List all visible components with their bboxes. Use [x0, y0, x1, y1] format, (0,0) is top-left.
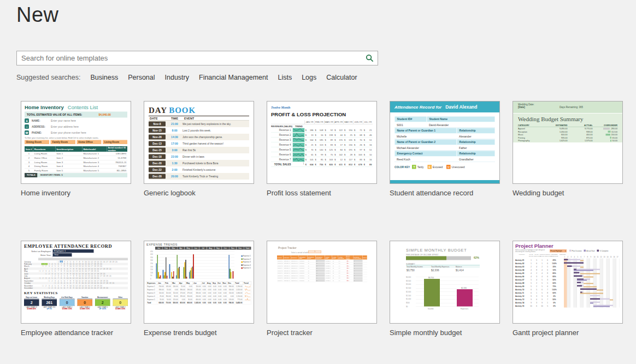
period-number: 7 — [584, 256, 585, 258]
x-tick-label: Income — [428, 308, 434, 310]
template-card-profit-loss[interactable]: Twelve Month PROFIT & LOSS PROJECTION JA… — [267, 101, 377, 197]
template-label: Simple monthly budget — [390, 329, 500, 337]
event-cell: Finished Kimberly's costume — [182, 168, 249, 171]
column-header: MAR-YR — [324, 121, 334, 124]
template-card-expense-trends[interactable]: EXPENSE TRENDS JanFebMarAprMayJunJulAugS… — [144, 241, 254, 337]
actual-bar — [580, 273, 600, 275]
column-header: Serial number/ ID number — [107, 146, 127, 152]
money-cell: $68 — [353, 134, 363, 136]
suggested-search-link[interactable]: Calculator — [326, 74, 357, 81]
project-cell: 40 — [307, 279, 316, 282]
money-cell: $170 — [334, 139, 344, 141]
percent-complete: 25% — [550, 259, 558, 261]
color-key-item: EExcused — [427, 165, 443, 169]
gantt-num: 1 — [534, 292, 539, 294]
table-cell: Living Room — [33, 160, 56, 164]
event-cell: John won the championship game. — [182, 135, 249, 139]
percent-complete: 0% — [550, 295, 558, 297]
month-name: November — [24, 284, 38, 287]
gantt-num: 10 — [528, 305, 534, 307]
revenue-row: Revenue 1$186$108$92$122$190$71$21 — [271, 128, 373, 133]
page-title: New — [16, 3, 59, 27]
search-button[interactable] — [361, 51, 378, 65]
table-row: 2Home OfficeItem 2Manufacturer 255-8788 — [25, 156, 127, 160]
y-tick-label: $0 — [406, 306, 408, 307]
complete-bar — [580, 289, 597, 290]
template-card-gantt-planner[interactable]: Project Planner Select a period to highl… — [513, 241, 623, 337]
money-cell: $163 — [353, 153, 363, 156]
month-header: Jul — [199, 247, 207, 250]
template-card-wedding-budget[interactable]: Wedding Date: [Date] Days Remaining: 365… — [513, 101, 623, 197]
money-cell: $83 — [324, 144, 334, 146]
suggested-search-link[interactable]: Business — [90, 74, 118, 81]
gridline — [155, 266, 234, 267]
month-header: Nov — [229, 247, 237, 250]
complete-bar — [574, 276, 582, 277]
gantt-num: 9 — [539, 299, 545, 300]
suggested-search-link[interactable]: Financial Management — [199, 74, 268, 81]
stat-delta: DOWN 100% — [113, 308, 128, 309]
calendar-day: 20 — [99, 265, 103, 267]
percent-complete: 75% — [550, 285, 558, 288]
gantt-num: 5 — [539, 285, 545, 287]
money-cell: $678 — [353, 163, 363, 166]
table-cell: Item 4 — [55, 164, 82, 169]
search-input[interactable] — [17, 54, 361, 62]
key-statistics-title: KEY STATISTICS — [24, 291, 128, 295]
year-field: Year — [53, 253, 72, 256]
data-cell: Alexander — [457, 134, 495, 140]
month-name: July — [24, 275, 38, 277]
table-cell: 2 — [25, 156, 33, 160]
percent-complete: 60% — [550, 292, 558, 294]
y-tick-label: 150 — [150, 268, 153, 270]
template-card-project-tracker[interactable]: Project Tracker Select a period to highl… — [267, 241, 377, 337]
money-cell: $51 — [363, 148, 373, 151]
budget-cell: 810.00 — [568, 142, 593, 142]
gantt-num: 5 — [545, 305, 550, 307]
value-cell: 810.00 — [179, 301, 186, 304]
row-label: Total — [146, 301, 157, 304]
template-card-home-inventory[interactable]: Home InventoryContents List TOTAL ESTIMA… — [21, 101, 131, 197]
percent-complete: 100% — [550, 262, 558, 265]
gantt-num: 5 — [539, 292, 545, 294]
suggested-search-link[interactable]: Lists — [278, 74, 292, 81]
thumb-title: SIMPLE MONTHLY BUDGET — [406, 248, 499, 252]
suggested-search-link[interactable]: Personal — [128, 74, 155, 81]
header-cell: Name of Parent or Guardian 1 — [394, 128, 457, 134]
value-cell: 780.00 — [227, 301, 234, 304]
actual-bar — [584, 283, 593, 284]
room-filter-chip: Home Office — [76, 140, 101, 145]
template-card-employee-attendance[interactable]: EMPLOYEE ATTENDANCE RECORD Select an Emp… — [21, 241, 131, 337]
month-name: December — [24, 287, 38, 289]
date-chip: Dec-20 — [149, 161, 166, 166]
period-pill: 1 — [308, 250, 321, 253]
period-number: 10 — [594, 256, 596, 258]
gantt-num: 7 — [545, 299, 550, 300]
y-tick-label: 300 — [150, 260, 153, 261]
suggested-search-link[interactable]: Industry — [165, 74, 189, 81]
template-card-generic-logbook[interactable]: DAYBOOK DATETIMEEVENT Nov-821:00We just … — [144, 101, 254, 197]
period-number: 17 — [617, 256, 619, 258]
gantt-num: 5 — [528, 282, 534, 284]
template-card-student-attendance[interactable]: Attendance Record forDavid Alexand Stude… — [390, 101, 500, 197]
template-label: Student attendance record — [390, 189, 500, 197]
pct-value: 62% — [474, 256, 479, 260]
template-card-simple-budget[interactable]: SIMPLE MONTHLY BUDGET PERCENTAGE OF INCO… — [390, 241, 500, 337]
table-row: 3Living RoomItem 3Manufacturer 3780553-J… — [25, 160, 127, 164]
date-chip: Nov-28 — [149, 135, 166, 140]
summary-label: SUMMARY — [406, 263, 499, 265]
bar — [160, 275, 161, 278]
expense-total-row: Total830.00710.00500.00810.00800.001,025… — [146, 301, 251, 304]
date-chip: Nov-15 — [149, 128, 166, 133]
logbook-row: Dec-1317:00Third garden harvest of the s… — [149, 140, 249, 147]
period-highlight-dropdown: Period Highlight▾ — [550, 249, 567, 253]
time-cell: 2:00 — [167, 168, 182, 171]
gantt-num: 9 — [539, 302, 545, 303]
month-header: Dec — [237, 247, 244, 250]
money-cell: $84 — [334, 148, 344, 151]
table-cell: Item 2 — [55, 156, 82, 160]
template-thumbnail: EMPLOYEE ATTENDANCE RECORD Select an Emp… — [21, 241, 131, 324]
revenue-row: Revenue 5$70$140$125$84$191$97$51 — [271, 147, 373, 152]
totals-label: TOTALS — [25, 173, 38, 177]
suggested-search-link[interactable]: Logs — [302, 74, 316, 81]
